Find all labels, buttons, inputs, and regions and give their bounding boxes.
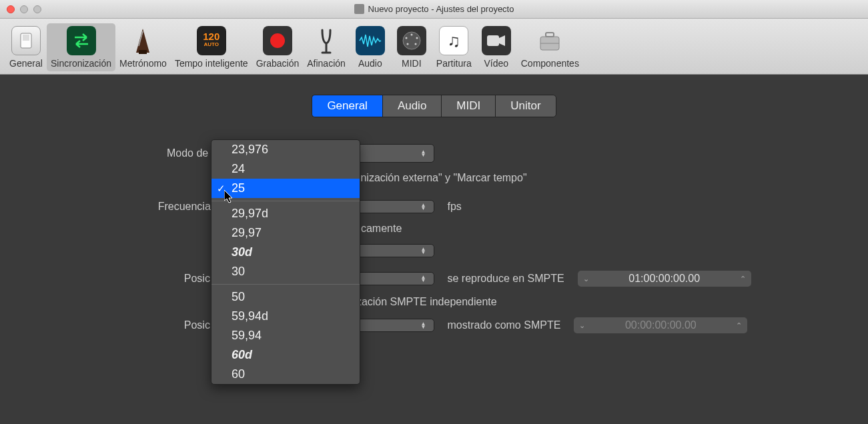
toolbar-label: General	[9, 58, 43, 69]
svg-point-7	[405, 37, 407, 39]
toolbar-label: Afinación	[307, 58, 346, 69]
row-bar-position-2: Posición del compás ▲▼ mostrado como SMP…	[67, 311, 801, 340]
toolbar-label: Audio	[358, 58, 382, 69]
toolbar-label: MIDI	[402, 58, 422, 69]
toolbar-item-metronome[interactable]: Metrónomo	[115, 23, 171, 71]
row-sync-mode: Modo de sincronización: Interno ▲▼	[67, 137, 801, 169]
toolbar-item-video[interactable]: Vídeo	[476, 23, 517, 71]
tab-midi[interactable]: MIDI	[441, 95, 495, 117]
smpte-value-1: 01:00:00:00.00	[628, 273, 700, 285]
dd-item-50[interactable]: 50	[211, 287, 360, 307]
toolbar-item-recording[interactable]: Grabación	[252, 23, 304, 71]
dd-item-60d[interactable]: 60d	[211, 345, 360, 365]
dropdown-separator	[211, 284, 360, 285]
chevron-updown-icon: ▲▼	[420, 275, 427, 282]
check-icon: ✓	[217, 183, 226, 195]
chevron-updown-icon: ▲▼	[420, 322, 427, 329]
row-detect-mtc: MTC automáticamente	[67, 220, 801, 237]
tab-unitor[interactable]: Unitor	[495, 95, 556, 117]
window-title: Nuevo proyecto - Ajustes del proyecto	[0, 4, 868, 14]
plays-at-text: se reproduce en SMPTE	[448, 273, 564, 285]
toolbar-label: Sincronización	[51, 58, 111, 69]
dd-item-60[interactable]: 60	[211, 365, 360, 384]
fps-unit: fps	[448, 201, 815, 213]
window-title-text: Nuevo proyecto - Ajustes del proyecto	[368, 4, 514, 14]
dd-item-59-94[interactable]: 59,94	[211, 326, 360, 345]
music-note-icon: ♫	[439, 26, 468, 55]
smart-tempo-icon: 120 AUTO	[197, 26, 226, 55]
smpte-field-2[interactable]: ⌄ 00:00:00:00.00 ⌃	[574, 317, 747, 333]
svg-rect-14	[546, 33, 554, 37]
toolbar-item-sync[interactable]: Sincronización	[47, 23, 115, 71]
tab-general[interactable]: General	[312, 95, 382, 117]
toolbar-item-tuning[interactable]: Afinación	[303, 23, 350, 71]
dd-item-24[interactable]: 24	[211, 159, 360, 179]
dd-item-29-97d[interactable]: 29,97d	[211, 204, 360, 223]
row-validate-mtc: Validar MTC ▲▼	[67, 237, 801, 264]
toolbar-label: Vídeo	[484, 58, 508, 69]
svg-point-8	[416, 37, 418, 39]
toolbar-item-general[interactable]: General	[5, 23, 47, 71]
chevron-down-icon: ⌄	[579, 321, 585, 330]
camera-icon	[482, 26, 511, 55]
chevron-up-icon: ⌃	[736, 321, 742, 330]
switch-icon	[11, 26, 41, 55]
svg-marker-12	[499, 35, 505, 46]
chevron-updown-icon: ▲▼	[420, 150, 427, 157]
titlebar: Nuevo proyecto - Ajustes del proyecto	[0, 0, 868, 19]
row-independent-offset: nto de visualización SMPTE independiente	[67, 293, 801, 311]
svg-rect-11	[487, 35, 499, 46]
project-icon	[354, 4, 364, 14]
chevron-up-icon: ⌃	[740, 275, 746, 283]
smpte-value-2: 00:00:00:00.00	[625, 319, 697, 331]
dd-item-59-94d[interactable]: 59,94d	[211, 307, 360, 326]
toolbar: General Sincronización Metrónomo 120 AUT…	[0, 19, 868, 75]
shown-as-text: mostrado como SMPTE	[448, 319, 561, 331]
svg-point-9	[406, 43, 408, 45]
midi-icon	[397, 26, 426, 55]
chevron-updown-icon: ▲▼	[420, 247, 427, 254]
row-bar-position-1: Posición del compás ▲▼ se reproduce en S…	[67, 264, 801, 293]
frame-rate-dropdown: 23,976 24 ✓ 25 29,97d 29,97 30d 30 50 59…	[211, 139, 360, 385]
dd-item-label: 25	[232, 181, 245, 195]
smpte-field-1[interactable]: ⌄ 01:00:00:00.00 ⌃	[578, 271, 751, 287]
toolbar-label: Metrónomo	[119, 58, 167, 69]
svg-rect-3	[139, 50, 147, 54]
tempo-sub: AUTO	[203, 41, 220, 49]
dd-item-30d[interactable]: 30d	[211, 243, 360, 262]
dd-item-23-976[interactable]: 23,976	[211, 140, 360, 159]
toolbar-label: Partitura	[436, 58, 472, 69]
dd-item-30[interactable]: 30	[211, 262, 360, 281]
toolbar-item-audio[interactable]: Audio	[350, 23, 391, 71]
briefcase-icon	[535, 26, 564, 55]
dropdown-separator	[211, 201, 360, 201]
toolbar-item-components[interactable]: Componentes	[517, 23, 583, 71]
toolbar-label: Componentes	[521, 58, 579, 69]
row-auto-enable: mente "Sincronización externa" y "Marcar…	[67, 169, 801, 193]
metronome-icon	[128, 26, 157, 55]
chevron-updown-icon: ▲▼	[420, 203, 427, 210]
toolbar-label: Tempo inteligente	[175, 58, 248, 69]
content-area: General Audio MIDI Unitor Modo de sincro…	[0, 75, 868, 424]
row-frame-rate: Frecuencia de fotogramas ▲▼ fps	[67, 193, 801, 220]
record-icon	[263, 26, 292, 55]
toolbar-item-midi[interactable]: MIDI	[391, 23, 432, 71]
dd-item-29-97[interactable]: 29,97	[211, 223, 360, 243]
sync-icon	[67, 26, 96, 55]
form: Modo de sincronización: Interno ▲▼ mente…	[67, 137, 801, 340]
tempo-badge: 120	[203, 33, 220, 41]
segmented-tabs: General Audio MIDI Unitor	[0, 95, 868, 117]
toolbar-item-smart-tempo[interactable]: 120 AUTO Tempo inteligente	[171, 23, 252, 71]
toolbar-label: Grabación	[256, 58, 300, 69]
svg-point-10	[414, 43, 416, 45]
tab-audio[interactable]: Audio	[382, 95, 441, 117]
dd-item-25[interactable]: ✓ 25	[211, 179, 360, 198]
waveform-icon	[356, 26, 385, 55]
svg-rect-1	[23, 35, 29, 41]
tuning-fork-icon	[312, 26, 341, 55]
svg-point-6	[410, 34, 412, 36]
chevron-down-icon: ⌄	[583, 275, 589, 283]
toolbar-item-score[interactable]: ♫ Partitura	[432, 23, 476, 71]
